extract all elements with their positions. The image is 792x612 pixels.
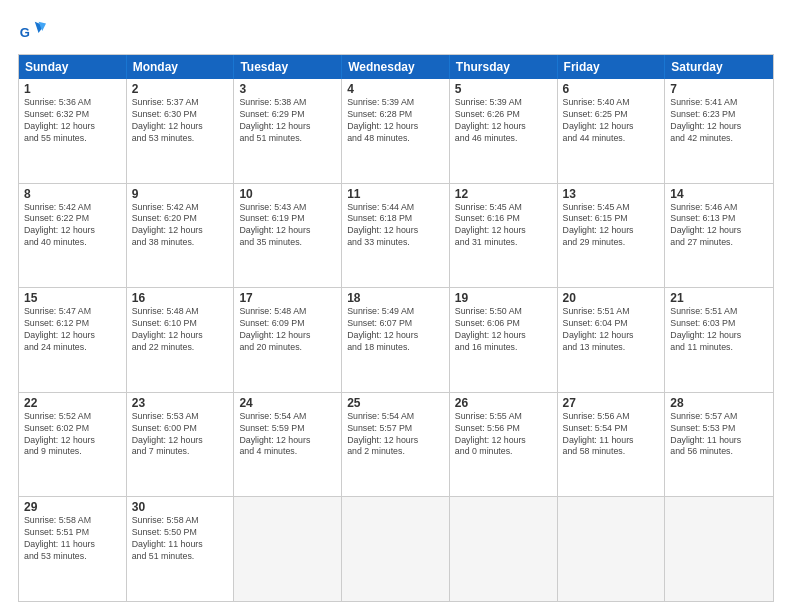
cal-cell-day-19: 19Sunrise: 5:50 AM Sunset: 6:06 PM Dayli… bbox=[450, 288, 558, 392]
week-row-1: 8Sunrise: 5:42 AM Sunset: 6:22 PM Daylig… bbox=[19, 183, 773, 288]
day-number: 26 bbox=[455, 396, 552, 410]
cal-cell-day-29: 29Sunrise: 5:58 AM Sunset: 5:51 PM Dayli… bbox=[19, 497, 127, 601]
day-info: Sunrise: 5:53 AM Sunset: 6:00 PM Dayligh… bbox=[132, 411, 229, 459]
day-number: 15 bbox=[24, 291, 121, 305]
day-number: 5 bbox=[455, 82, 552, 96]
cal-cell-day-13: 13Sunrise: 5:45 AM Sunset: 6:15 PM Dayli… bbox=[558, 184, 666, 288]
day-number: 10 bbox=[239, 187, 336, 201]
day-info: Sunrise: 5:56 AM Sunset: 5:54 PM Dayligh… bbox=[563, 411, 660, 459]
cal-cell-day-4: 4Sunrise: 5:39 AM Sunset: 6:28 PM Daylig… bbox=[342, 79, 450, 183]
day-number: 13 bbox=[563, 187, 660, 201]
day-number: 16 bbox=[132, 291, 229, 305]
header-day-wednesday: Wednesday bbox=[342, 55, 450, 79]
week-row-2: 15Sunrise: 5:47 AM Sunset: 6:12 PM Dayli… bbox=[19, 287, 773, 392]
logo: G bbox=[18, 18, 50, 46]
day-number: 8 bbox=[24, 187, 121, 201]
cal-cell-day-21: 21Sunrise: 5:51 AM Sunset: 6:03 PM Dayli… bbox=[665, 288, 773, 392]
cal-cell-day-25: 25Sunrise: 5:54 AM Sunset: 5:57 PM Dayli… bbox=[342, 393, 450, 497]
day-number: 1 bbox=[24, 82, 121, 96]
day-number: 2 bbox=[132, 82, 229, 96]
day-number: 12 bbox=[455, 187, 552, 201]
day-info: Sunrise: 5:42 AM Sunset: 6:20 PM Dayligh… bbox=[132, 202, 229, 250]
cal-cell-empty-4-5 bbox=[558, 497, 666, 601]
day-number: 23 bbox=[132, 396, 229, 410]
day-info: Sunrise: 5:48 AM Sunset: 6:09 PM Dayligh… bbox=[239, 306, 336, 354]
header-day-thursday: Thursday bbox=[450, 55, 558, 79]
day-info: Sunrise: 5:49 AM Sunset: 6:07 PM Dayligh… bbox=[347, 306, 444, 354]
day-number: 7 bbox=[670, 82, 768, 96]
day-info: Sunrise: 5:52 AM Sunset: 6:02 PM Dayligh… bbox=[24, 411, 121, 459]
page: G SundayMondayTuesdayWednesdayThursdayFr… bbox=[0, 0, 792, 612]
cal-cell-day-16: 16Sunrise: 5:48 AM Sunset: 6:10 PM Dayli… bbox=[127, 288, 235, 392]
cal-cell-day-12: 12Sunrise: 5:45 AM Sunset: 6:16 PM Dayli… bbox=[450, 184, 558, 288]
day-number: 20 bbox=[563, 291, 660, 305]
day-number: 24 bbox=[239, 396, 336, 410]
header-day-monday: Monday bbox=[127, 55, 235, 79]
day-info: Sunrise: 5:54 AM Sunset: 5:57 PM Dayligh… bbox=[347, 411, 444, 459]
cal-cell-day-20: 20Sunrise: 5:51 AM Sunset: 6:04 PM Dayli… bbox=[558, 288, 666, 392]
cal-cell-day-26: 26Sunrise: 5:55 AM Sunset: 5:56 PM Dayli… bbox=[450, 393, 558, 497]
day-info: Sunrise: 5:41 AM Sunset: 6:23 PM Dayligh… bbox=[670, 97, 768, 145]
day-info: Sunrise: 5:39 AM Sunset: 6:26 PM Dayligh… bbox=[455, 97, 552, 145]
calendar-body: 1Sunrise: 5:36 AM Sunset: 6:32 PM Daylig… bbox=[19, 79, 773, 601]
cal-cell-day-27: 27Sunrise: 5:56 AM Sunset: 5:54 PM Dayli… bbox=[558, 393, 666, 497]
day-info: Sunrise: 5:42 AM Sunset: 6:22 PM Dayligh… bbox=[24, 202, 121, 250]
day-info: Sunrise: 5:57 AM Sunset: 5:53 PM Dayligh… bbox=[670, 411, 768, 459]
cal-cell-empty-4-6 bbox=[665, 497, 773, 601]
day-number: 14 bbox=[670, 187, 768, 201]
day-info: Sunrise: 5:43 AM Sunset: 6:19 PM Dayligh… bbox=[239, 202, 336, 250]
cal-cell-day-11: 11Sunrise: 5:44 AM Sunset: 6:18 PM Dayli… bbox=[342, 184, 450, 288]
cal-cell-day-23: 23Sunrise: 5:53 AM Sunset: 6:00 PM Dayli… bbox=[127, 393, 235, 497]
svg-text:G: G bbox=[20, 25, 30, 40]
cal-cell-day-28: 28Sunrise: 5:57 AM Sunset: 5:53 PM Dayli… bbox=[665, 393, 773, 497]
cal-cell-empty-4-3 bbox=[342, 497, 450, 601]
cal-cell-day-2: 2Sunrise: 5:37 AM Sunset: 6:30 PM Daylig… bbox=[127, 79, 235, 183]
day-info: Sunrise: 5:51 AM Sunset: 6:03 PM Dayligh… bbox=[670, 306, 768, 354]
cal-cell-day-6: 6Sunrise: 5:40 AM Sunset: 6:25 PM Daylig… bbox=[558, 79, 666, 183]
cal-cell-day-30: 30Sunrise: 5:58 AM Sunset: 5:50 PM Dayli… bbox=[127, 497, 235, 601]
cal-cell-day-17: 17Sunrise: 5:48 AM Sunset: 6:09 PM Dayli… bbox=[234, 288, 342, 392]
week-row-0: 1Sunrise: 5:36 AM Sunset: 6:32 PM Daylig… bbox=[19, 79, 773, 183]
calendar: SundayMondayTuesdayWednesdayThursdayFrid… bbox=[18, 54, 774, 602]
day-info: Sunrise: 5:58 AM Sunset: 5:51 PM Dayligh… bbox=[24, 515, 121, 563]
header-day-saturday: Saturday bbox=[665, 55, 773, 79]
day-number: 27 bbox=[563, 396, 660, 410]
cal-cell-day-18: 18Sunrise: 5:49 AM Sunset: 6:07 PM Dayli… bbox=[342, 288, 450, 392]
day-info: Sunrise: 5:47 AM Sunset: 6:12 PM Dayligh… bbox=[24, 306, 121, 354]
day-number: 6 bbox=[563, 82, 660, 96]
day-info: Sunrise: 5:45 AM Sunset: 6:15 PM Dayligh… bbox=[563, 202, 660, 250]
cal-cell-day-15: 15Sunrise: 5:47 AM Sunset: 6:12 PM Dayli… bbox=[19, 288, 127, 392]
cal-cell-day-22: 22Sunrise: 5:52 AM Sunset: 6:02 PM Dayli… bbox=[19, 393, 127, 497]
day-number: 4 bbox=[347, 82, 444, 96]
cal-cell-day-7: 7Sunrise: 5:41 AM Sunset: 6:23 PM Daylig… bbox=[665, 79, 773, 183]
cal-cell-day-10: 10Sunrise: 5:43 AM Sunset: 6:19 PM Dayli… bbox=[234, 184, 342, 288]
day-info: Sunrise: 5:48 AM Sunset: 6:10 PM Dayligh… bbox=[132, 306, 229, 354]
header-day-tuesday: Tuesday bbox=[234, 55, 342, 79]
day-number: 18 bbox=[347, 291, 444, 305]
cal-cell-day-9: 9Sunrise: 5:42 AM Sunset: 6:20 PM Daylig… bbox=[127, 184, 235, 288]
day-info: Sunrise: 5:46 AM Sunset: 6:13 PM Dayligh… bbox=[670, 202, 768, 250]
day-info: Sunrise: 5:55 AM Sunset: 5:56 PM Dayligh… bbox=[455, 411, 552, 459]
calendar-header: SundayMondayTuesdayWednesdayThursdayFrid… bbox=[19, 55, 773, 79]
day-info: Sunrise: 5:45 AM Sunset: 6:16 PM Dayligh… bbox=[455, 202, 552, 250]
week-row-3: 22Sunrise: 5:52 AM Sunset: 6:02 PM Dayli… bbox=[19, 392, 773, 497]
day-number: 25 bbox=[347, 396, 444, 410]
cal-cell-day-8: 8Sunrise: 5:42 AM Sunset: 6:22 PM Daylig… bbox=[19, 184, 127, 288]
day-info: Sunrise: 5:40 AM Sunset: 6:25 PM Dayligh… bbox=[563, 97, 660, 145]
cal-cell-empty-4-4 bbox=[450, 497, 558, 601]
header-day-sunday: Sunday bbox=[19, 55, 127, 79]
day-info: Sunrise: 5:36 AM Sunset: 6:32 PM Dayligh… bbox=[24, 97, 121, 145]
day-number: 19 bbox=[455, 291, 552, 305]
day-info: Sunrise: 5:54 AM Sunset: 5:59 PM Dayligh… bbox=[239, 411, 336, 459]
day-number: 30 bbox=[132, 500, 229, 514]
week-row-4: 29Sunrise: 5:58 AM Sunset: 5:51 PM Dayli… bbox=[19, 496, 773, 601]
cal-cell-day-3: 3Sunrise: 5:38 AM Sunset: 6:29 PM Daylig… bbox=[234, 79, 342, 183]
cal-cell-day-1: 1Sunrise: 5:36 AM Sunset: 6:32 PM Daylig… bbox=[19, 79, 127, 183]
day-number: 3 bbox=[239, 82, 336, 96]
day-info: Sunrise: 5:38 AM Sunset: 6:29 PM Dayligh… bbox=[239, 97, 336, 145]
day-number: 9 bbox=[132, 187, 229, 201]
cal-cell-day-24: 24Sunrise: 5:54 AM Sunset: 5:59 PM Dayli… bbox=[234, 393, 342, 497]
header-day-friday: Friday bbox=[558, 55, 666, 79]
day-number: 29 bbox=[24, 500, 121, 514]
day-number: 22 bbox=[24, 396, 121, 410]
